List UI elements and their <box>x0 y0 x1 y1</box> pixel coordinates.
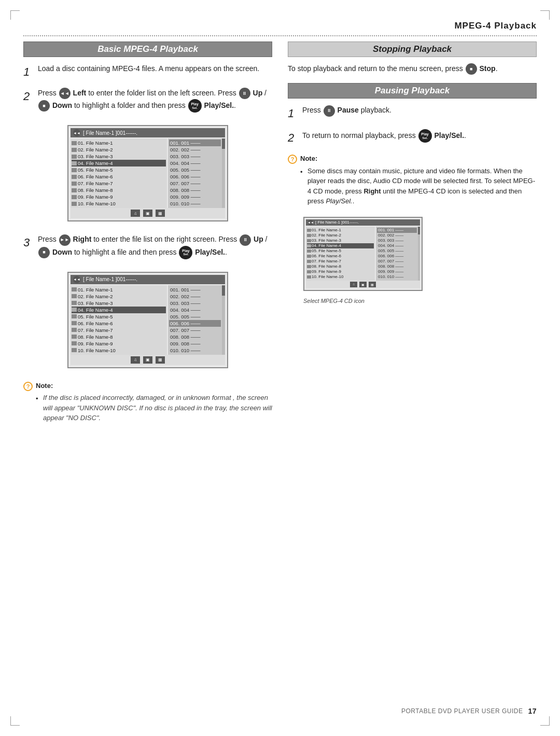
small-num-row-1: 001. 001 —— <box>377 228 417 233</box>
screen2-left-panel: 01. File Name-1 02. File Name-2 03. File… <box>71 285 167 355</box>
footer-page: 17 <box>528 707 537 715</box>
num-row-4: 004. 004 —— <box>169 160 221 166</box>
file-icon <box>72 141 77 145</box>
file-icon <box>72 195 77 199</box>
note-bullet: • If the disc is placed incorrectly, dam… <box>36 393 272 423</box>
right-note-title: Note: <box>300 154 537 164</box>
screen2-nav-icon: ◄◄ <box>73 276 80 283</box>
note-icon: ? <box>23 382 33 391</box>
up-button-icon-2: II <box>240 234 251 246</box>
footer-text: PORTABLE DVD PLAYER USER GUIDE <box>401 707 523 715</box>
file-icon <box>72 148 77 152</box>
file-row-1: 01. File Name-1 <box>72 286 166 293</box>
file-icon-s <box>307 275 311 279</box>
play-sel-button-icon-2: PlaySel. <box>179 246 192 259</box>
num-row-2: 002. 002 —— <box>169 293 221 300</box>
file-row-2: 02. File Name-2 <box>72 293 166 300</box>
bottom-note: ? Note: • If the disc is placed incorrec… <box>23 381 272 423</box>
toolbar-small-btn-1: ♫ <box>350 282 357 287</box>
small-num-row-10: 010. 010 —— <box>377 274 417 280</box>
file-icon-s <box>307 234 311 237</box>
pause-step-2: 2 To return to normal playback, press Pl… <box>288 129 537 146</box>
screen1-left-panel: 01. File Name-1 02. File Name-2 03. File… <box>71 138 167 208</box>
right-note-content: Note: • Some discs may contain music, pi… <box>300 154 537 206</box>
pause-btn-icon: II <box>324 105 335 117</box>
num-row-3: 003. 003 —— <box>169 153 221 160</box>
small-num-row-6: 006. 006 —— <box>377 254 417 259</box>
file-icon-s <box>307 265 311 268</box>
right-button-icon: ►► <box>59 234 71 246</box>
main-content: Basic MPEG-4 Playback 1 Load a disc cont… <box>23 41 537 428</box>
step-3: 3 Press ►► Right to enter the file list … <box>23 234 272 259</box>
small-file-row-4: 04. File Name-4 <box>307 243 374 248</box>
screen1-title: [ File Name-1 ]001------. <box>83 130 137 136</box>
scrollbar-1[interactable] <box>222 138 225 208</box>
screen1-right-panel: 001. 001 —— 002. 002 —— 003. 003 —— 004.… <box>168 138 225 208</box>
step-3-number: 3 <box>23 234 34 259</box>
header-divider <box>23 35 537 36</box>
bullet-dot: • <box>36 394 40 423</box>
stopping-section-header: Stopping Playback <box>288 41 537 57</box>
file-icon <box>72 314 77 318</box>
screen-small-left: 01. File Name-1 02. File Name-2 03. File… <box>306 227 375 281</box>
file-row-5: 05. File Name-5 <box>72 313 166 320</box>
right-note: ? Note: • Some discs may contain music, … <box>288 154 537 206</box>
play-sel-btn-icon-3: PlaySel. <box>418 129 432 143</box>
file-icon-s <box>307 260 311 263</box>
small-file-row-1: 01. File Name-1 <box>307 228 374 233</box>
screen2-toolbar: ♫ ▣ ▦ <box>71 355 225 365</box>
small-file-row-6: 06. File Name-6 <box>307 254 374 259</box>
file-icon <box>72 341 77 345</box>
file-icon <box>72 294 77 298</box>
pause-step-1-number: 1 <box>288 105 298 122</box>
toolbar-btn-img: ▣ <box>143 210 152 217</box>
small-file-row-9: 09. File Name-9 <box>307 269 374 274</box>
basic-section-header: Basic MPEG-4 Playback <box>23 41 272 57</box>
small-file-row-2: 02. File Name-2 <box>307 233 374 238</box>
scrollbar-thumb-2 <box>222 285 225 296</box>
pause-step-2-number: 2 <box>288 129 298 146</box>
corner-mark-bl <box>10 716 20 726</box>
file-icon <box>72 188 77 192</box>
right-note-bullet: • Some discs may contain music, picture … <box>300 166 537 206</box>
scrollbar-small[interactable] <box>418 227 420 281</box>
right-column: Stopping Playback To stop playback and r… <box>288 41 537 428</box>
file-icon-s <box>307 229 311 232</box>
scrollbar-2[interactable] <box>222 285 225 355</box>
screen2-title: [ File Name-1 ]001------. <box>83 276 137 282</box>
small-file-row-7: 07. File Name-7 <box>307 259 374 264</box>
num-row-5: 005. 005 —— <box>169 313 221 320</box>
file-row-6: 06. File Name-6 <box>72 320 166 327</box>
small-file-row-5: 05. File Name-5 <box>307 248 374 254</box>
num-row-1: 001. 001 —— <box>169 140 221 146</box>
right-bullet-dot: • <box>300 167 304 206</box>
toolbar-btn-video: ▦ <box>156 210 165 217</box>
num-row-4: 004. 004 —— <box>169 307 221 313</box>
step-3-content: Press ►► Right to enter the file list on… <box>38 234 272 259</box>
num-row-6: 006. 006 —— <box>169 173 221 180</box>
num-row-6: 006. 006 —— <box>169 320 221 327</box>
num-row-2: 002. 002 —— <box>169 146 221 153</box>
play-sel-button-icon: PlaySel. <box>188 99 202 113</box>
file-icon <box>72 321 77 325</box>
file-icon <box>72 301 77 305</box>
num-row-10: 010. 010 —— <box>169 200 221 207</box>
num-row-9: 009. 008 —— <box>169 340 221 347</box>
file-row-8: 08. File Name-8 <box>72 334 166 340</box>
screen-mockup-small: ◄◄ [ File Name-1 ]001------. 01. File Na… <box>303 217 423 291</box>
small-file-row-3: 03. File Name-3 <box>307 238 374 243</box>
file-icon-s <box>307 255 311 258</box>
toolbar-small-btn-3: ▦ <box>369 282 376 287</box>
small-num-row-4: 004. 004 —— <box>377 243 417 248</box>
toolbar-btn-img2: ▣ <box>143 356 152 364</box>
file-row-5: 05. File Name-5 <box>72 166 166 173</box>
page-header: MPEG-4 Playback <box>23 21 537 31</box>
left-button-icon: ◄◄ <box>59 88 71 99</box>
file-icon <box>72 348 77 352</box>
small-num-row-3: 003. 003 —— <box>377 238 417 243</box>
small-num-row-2: 002. 002 —— <box>377 233 417 238</box>
screen2-body: 01. File Name-1 02. File Name-2 03. File… <box>71 285 225 355</box>
num-row-8: 008. 008 —— <box>169 187 221 193</box>
screen-small-toolbar: ♫ ▣ ▦ <box>306 281 420 288</box>
note-title: Note: <box>36 381 272 391</box>
